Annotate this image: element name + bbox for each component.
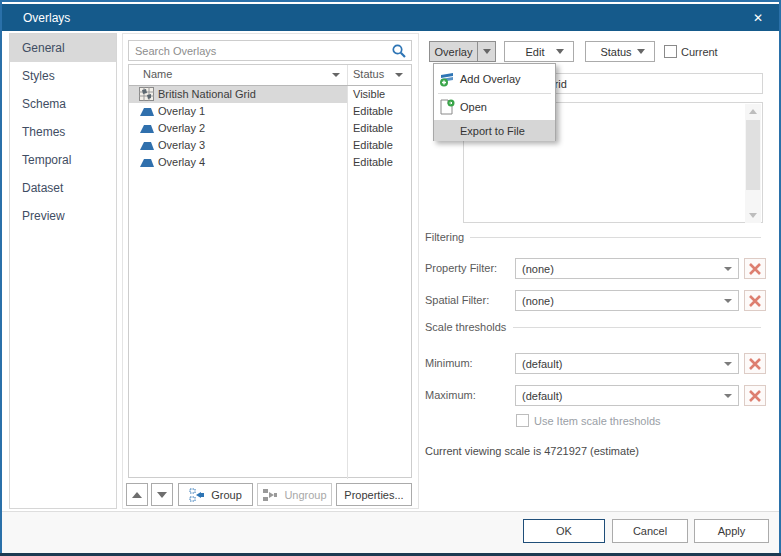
sidebar-item-general[interactable]: General — [10, 34, 116, 62]
list-header: Name Status — [129, 65, 411, 86]
apply-button[interactable]: Apply — [694, 519, 769, 543]
property-filter-value: (none) — [522, 263, 724, 275]
overlays-dialog-screen: Overlays ✕ OK Cancel Apply General Style… — [0, 0, 781, 556]
move-up-button[interactable] — [126, 483, 148, 506]
dialog-titlebar: Overlays ✕ — [2, 4, 779, 31]
scroll-down-icon[interactable] — [749, 213, 757, 218]
search-icon — [391, 43, 407, 59]
chevron-down-icon — [556, 49, 564, 54]
property-filter-select[interactable]: (none) — [515, 258, 739, 279]
clear-spatial-filter-button[interactable] — [744, 290, 766, 311]
delete-x-icon — [748, 390, 762, 402]
overlay-name: Overlay 1 — [158, 105, 205, 117]
minimum-scale-value: (default) — [522, 358, 724, 370]
menu-item-open[interactable]: Open — [434, 94, 555, 120]
use-item-scale-checkbox[interactable] — [516, 414, 529, 427]
grid-map-icon — [139, 87, 154, 101]
ungroup-label: Ungroup — [284, 489, 326, 501]
clear-minimum-scale-button[interactable] — [744, 353, 766, 374]
list-item[interactable]: Overlay 4 Editable — [129, 154, 411, 171]
spatial-filter-select[interactable]: (none) — [515, 290, 739, 311]
menu-item-label: Add Overlay — [460, 73, 521, 85]
current-checkbox-label: Current — [681, 46, 718, 58]
current-viewing-scale-note: Current viewing scale is 4721927 (estima… — [425, 445, 639, 457]
group-label: Group — [211, 489, 242, 501]
spatial-filter-label: Spatial Filter: — [425, 294, 489, 306]
dialog-title: Overlays — [23, 11, 70, 25]
overlay-layer-icon — [139, 121, 155, 135]
list-item[interactable]: British National Grid Visible — [129, 86, 411, 103]
group-button[interactable]: Group — [178, 483, 253, 506]
delete-x-icon — [748, 263, 762, 275]
textarea-scrollbar[interactable] — [745, 104, 761, 223]
overlay-dropdown-menu: Add Overlay Open Export to File — [433, 63, 556, 141]
cancel-button[interactable]: Cancel — [612, 519, 688, 543]
overlay-name: Overlay 3 — [158, 139, 205, 151]
move-down-button[interactable] — [151, 483, 173, 506]
sidebar-item-styles[interactable]: Styles — [10, 62, 116, 90]
status-button-label: Status — [595, 46, 637, 58]
close-icon[interactable]: ✕ — [749, 9, 767, 27]
chevron-down-icon — [637, 49, 645, 54]
search-input[interactable] — [129, 45, 391, 57]
chevron-down-icon — [483, 49, 491, 54]
scroll-up-icon[interactable] — [749, 109, 757, 114]
scrollbar-thumb[interactable] — [746, 120, 760, 190]
menu-item-add-overlay[interactable]: Add Overlay — [434, 64, 555, 93]
search-box — [128, 40, 412, 61]
current-checkbox[interactable] — [664, 45, 677, 58]
sidebar: General Styles Schema Themes Temporal Da… — [9, 33, 117, 509]
sidebar-item-preview[interactable]: Preview — [10, 202, 116, 230]
menu-item-export-to-file[interactable]: Export to File — [434, 120, 555, 141]
sidebar-item-themes[interactable]: Themes — [10, 118, 116, 146]
overlay-name: Overlay 4 — [158, 156, 205, 168]
list-item[interactable]: Overlay 3 Editable — [129, 137, 411, 154]
filtering-heading: Filtering — [425, 231, 464, 243]
overlay-button-label: Overlay — [430, 42, 477, 61]
status-column-header[interactable]: Status — [353, 68, 384, 80]
minimum-scale-select[interactable]: (default) — [515, 353, 739, 374]
minimum-label: Minimum: — [425, 357, 473, 369]
chevron-down-icon — [724, 394, 732, 398]
maximum-label: Maximum: — [425, 389, 476, 401]
overlay-status: Visible — [353, 88, 385, 100]
clear-maximum-scale-button[interactable] — [744, 385, 766, 406]
scale-thresholds-heading: Scale thresholds — [425, 321, 506, 333]
clear-property-filter-button[interactable] — [744, 258, 766, 279]
filtering-divider — [470, 237, 761, 238]
ungroup-icon — [262, 488, 278, 502]
list-item[interactable]: Overlay 1 Editable — [129, 103, 411, 120]
properties-button[interactable]: Properties... — [336, 483, 412, 506]
sidebar-item-schema[interactable]: Schema — [10, 90, 116, 118]
overlay-status: Editable — [353, 139, 393, 151]
ungroup-button[interactable]: Ungroup — [257, 483, 332, 506]
chevron-down-icon — [724, 299, 732, 303]
overlay-layer-icon — [139, 104, 155, 118]
sidebar-item-dataset[interactable]: Dataset — [10, 174, 116, 202]
overlay-split-button[interactable]: Overlay — [429, 41, 496, 62]
sidebar-item-temporal[interactable]: Temporal — [10, 146, 116, 174]
overlay-status: Editable — [353, 105, 393, 117]
delete-x-icon — [748, 295, 762, 307]
maximum-scale-select[interactable]: (default) — [515, 385, 739, 406]
list-item[interactable]: Overlay 2 Editable — [129, 120, 411, 137]
use-item-scale-label: Use Item scale thresholds — [534, 415, 661, 427]
menu-item-label: Export to File — [460, 125, 525, 137]
edit-button-label: Edit — [514, 46, 556, 58]
chevron-down-icon — [724, 267, 732, 271]
overlay-name: British National Grid — [158, 88, 256, 100]
overlay-dropdown-toggle[interactable] — [477, 42, 495, 61]
overlay-status: Editable — [353, 122, 393, 134]
name-filter-icon[interactable] — [332, 73, 340, 77]
status-filter-icon[interactable] — [395, 73, 403, 77]
delete-x-icon — [748, 358, 762, 370]
edit-dropdown-button[interactable]: Edit — [504, 41, 574, 62]
ok-button[interactable]: OK — [523, 519, 605, 543]
property-filter-label: Property Filter: — [425, 262, 497, 274]
overlay-layer-icon — [139, 138, 155, 152]
chevron-down-icon — [724, 362, 732, 366]
overlay-name: Overlay 2 — [158, 122, 205, 134]
name-column-header[interactable]: Name — [143, 68, 172, 80]
status-dropdown-button[interactable]: Status — [585, 41, 655, 62]
up-arrow-icon — [132, 492, 142, 498]
